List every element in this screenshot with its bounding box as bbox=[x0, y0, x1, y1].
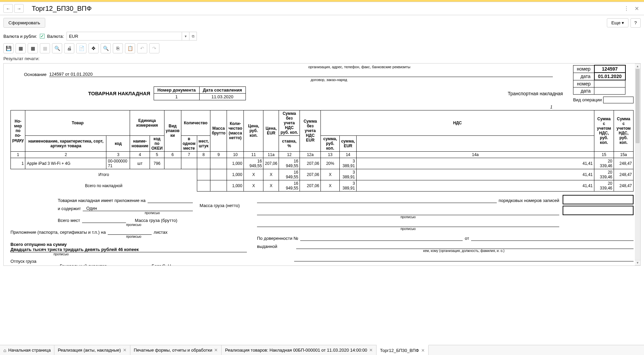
rb-tn-number-lbl: номер bbox=[573, 80, 594, 87]
currency-input[interactable] bbox=[67, 33, 182, 40]
currency-rubles-checkbox[interactable]: ✓ bbox=[40, 34, 45, 39]
grid-button[interactable]: ▦ bbox=[16, 43, 26, 53]
undo-button[interactable]: ↶ bbox=[137, 43, 147, 53]
th-qty: Количество bbox=[181, 110, 210, 135]
proxy-num-line bbox=[300, 235, 463, 241]
vertical-scrollbar[interactable]: ▲ ▼ bbox=[635, 64, 640, 265]
currency-label: Валюта: bbox=[47, 34, 64, 39]
operation-label: Вид операции bbox=[573, 97, 602, 102]
more-label: Еще bbox=[611, 20, 620, 25]
operation-box bbox=[603, 97, 634, 103]
paste-icon: 📋 bbox=[127, 46, 133, 51]
redo-button[interactable]: ↷ bbox=[149, 43, 159, 53]
attachment-doc-line bbox=[108, 229, 152, 235]
sheets-label: листах bbox=[154, 230, 168, 235]
mass-net-box bbox=[563, 195, 634, 204]
attachment-doc-label: Приложение (паспорта, сертификаты и т.п.… bbox=[10, 230, 106, 235]
action-row: Сформировать Еще ▾ ? bbox=[0, 15, 644, 30]
scroll-thumb[interactable] bbox=[636, 69, 640, 143]
in-words-1: прописью bbox=[112, 211, 193, 215]
dots-vertical-icon: ⋮ bbox=[624, 5, 629, 12]
docnum-v1: 1 bbox=[154, 94, 199, 100]
release-pos: Генеральный директор bbox=[60, 263, 107, 266]
issued-line-2 bbox=[294, 256, 634, 261]
th-vat-eur: сумма, EUR bbox=[340, 135, 357, 151]
rb-number-lbl: номер bbox=[573, 65, 594, 73]
th-tot-rub: Сумма с учетом НДС, руб. коп. bbox=[594, 110, 614, 151]
nav-forward-button[interactable]: → bbox=[14, 4, 24, 13]
floppy-icon: 💾 bbox=[6, 46, 11, 51]
window-title: Торг12_БП30_ВПФ bbox=[32, 5, 622, 12]
scroll-track[interactable] bbox=[635, 69, 640, 260]
release-allowed-label: Отпуск груза разрешил bbox=[10, 259, 58, 266]
th-unit: Единица измерения bbox=[130, 110, 164, 135]
arrow-right-icon: → bbox=[17, 6, 21, 11]
has-attachment-label: Товарная накладная имеет приложение на bbox=[58, 198, 146, 203]
th-num: Но-мер по по-рядку bbox=[11, 110, 25, 151]
issued-line bbox=[296, 244, 634, 249]
scroll-up-button[interactable]: ▲ bbox=[635, 64, 640, 69]
fit-icon: ✥ bbox=[92, 46, 96, 51]
total-places-label: Всего мест bbox=[58, 218, 80, 223]
sum-label: Всего отпущено на сумму bbox=[10, 242, 247, 247]
rb-tn-number-val bbox=[594, 80, 625, 87]
by-proxy-label: По доверенности № bbox=[257, 236, 298, 241]
th-goods: Товар bbox=[25, 110, 130, 135]
th-name: наименование, характеристика, сорт, арти… bbox=[25, 135, 106, 151]
rb-date-lbl: дата bbox=[573, 73, 594, 80]
redo-icon: ↷ bbox=[152, 46, 156, 51]
release-name: Борг С. Н. bbox=[152, 263, 247, 266]
paste-button[interactable]: 📋 bbox=[125, 43, 135, 53]
attachment-line bbox=[148, 198, 193, 203]
vsego-row: Всего по накладной 1,000 X X 16 949,55 2… bbox=[11, 180, 634, 191]
nav-back-button[interactable]: ← bbox=[3, 4, 13, 13]
zoom-button[interactable]: 🔍 bbox=[101, 43, 111, 53]
mass-gross-line bbox=[257, 222, 559, 227]
grid-edit-button[interactable]: ▦ bbox=[28, 43, 38, 53]
generate-button[interactable]: Сформировать bbox=[3, 18, 45, 28]
preview-scroll[interactable]: организация, адрес, телефон, факс, банко… bbox=[4, 64, 640, 265]
issued-hint: кем, кому (организация, должность, фамил… bbox=[294, 249, 634, 253]
docnum-h1: Номер документа bbox=[154, 87, 199, 94]
more-button[interactable]: Еще ▾ bbox=[607, 18, 628, 27]
contains-value: Один bbox=[83, 206, 193, 211]
issued-label: выданной bbox=[257, 244, 294, 249]
th-tot-eur: Сумма с учетом НДС, руб. коп. bbox=[614, 110, 634, 151]
rb-number-val: 124597 bbox=[594, 65, 625, 73]
doc-title: ТОВАРНАЯ НАКЛАДНАЯ bbox=[88, 91, 150, 96]
currency-rubles-label: Валюта и рубли: bbox=[3, 34, 37, 39]
grid-gray-icon: ▦ bbox=[43, 46, 47, 51]
mass-gross-box bbox=[563, 206, 634, 215]
th-pack: Вид упаков ки bbox=[164, 110, 181, 151]
result-label: Результат печати: bbox=[0, 55, 644, 62]
scroll-down-button[interactable]: ▼ bbox=[635, 260, 640, 265]
copy-button[interactable]: ⎘ bbox=[113, 43, 123, 53]
copy-icon: ⎘ bbox=[117, 46, 119, 51]
fit-button[interactable]: ✥ bbox=[88, 43, 99, 53]
currency-expand-button[interactable]: ⧉ bbox=[189, 32, 197, 40]
th-net: Коли-чество (масса нетто) bbox=[227, 110, 244, 151]
serial-records-label: порядковых номеров записей bbox=[499, 198, 559, 203]
right-number-box: номер124597 дата01.01.2020 номер дата bbox=[573, 65, 626, 95]
th-okei: код по ОКЕИ bbox=[150, 135, 164, 151]
window-close-button[interactable]: ✕ bbox=[633, 4, 641, 12]
preview-button[interactable]: 🔍 bbox=[52, 43, 62, 53]
rb-date-val: 01.01.2020 bbox=[594, 73, 625, 80]
arrow-left-icon: ← bbox=[6, 6, 10, 11]
toolbar-row: 💾 ▦ ▦ ▦ 🔍 🖨 📄 ✥ 🔍 ⎘ 📋 ↶ ↷ bbox=[0, 42, 644, 55]
print-button[interactable]: 🖨 bbox=[64, 43, 74, 53]
docnum-v2: 11.03.2020 bbox=[199, 94, 246, 100]
doc-num-table: Номер документаДата составления 111.03.2… bbox=[154, 86, 246, 100]
th-price-eur: Цена, EUR bbox=[263, 110, 279, 151]
mass-net-line bbox=[257, 210, 559, 215]
release-sig bbox=[109, 263, 150, 266]
save-button[interactable]: 💾 bbox=[3, 43, 14, 53]
currency-dropdown-button[interactable]: ▾ bbox=[182, 32, 189, 40]
th-code: код bbox=[106, 135, 130, 151]
help-button[interactable]: ? bbox=[630, 18, 641, 28]
close-icon: ✕ bbox=[635, 5, 639, 12]
grid-gray-button[interactable]: ▦ bbox=[40, 43, 50, 53]
sum-words: Двадцать тысяч триста тридцать девять ру… bbox=[10, 247, 247, 252]
page-setup-button[interactable]: 📄 bbox=[76, 43, 86, 53]
window-menu-button[interactable]: ⋮ bbox=[622, 4, 630, 12]
